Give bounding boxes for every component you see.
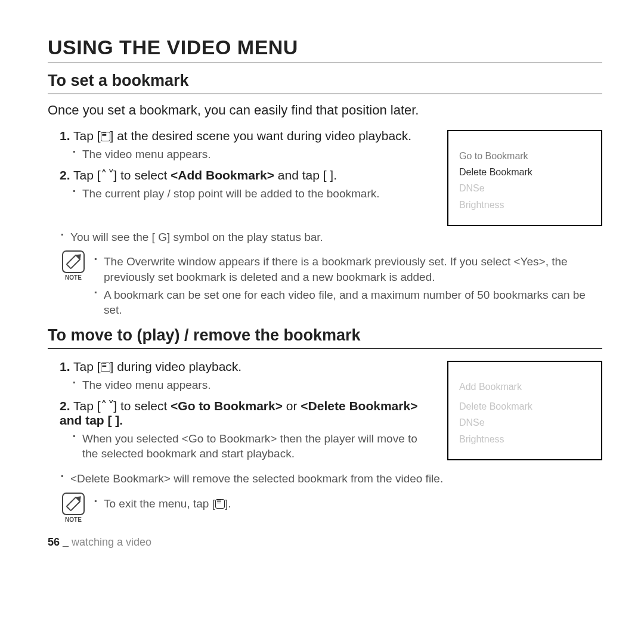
section1-rule <box>48 94 602 94</box>
s2-step2-post: and tap [ ]. <box>60 413 123 427</box>
note2-post: ]. <box>225 497 231 510</box>
menu2-dnse: DNSe <box>459 414 592 431</box>
s1-step1-sub1: The video menu appears. <box>73 147 435 162</box>
s1-step1-post: ] at the desired scene you want during v… <box>110 129 411 143</box>
page-number: 56 _ <box>48 536 69 548</box>
page-footer: 56 _ watching a video <box>48 536 602 549</box>
menu-icon <box>101 363 110 372</box>
note2-pre: To exit the menu, tap [ <box>104 497 215 510</box>
menu1-bright: Brightness <box>459 197 592 213</box>
s1-step2-mid: ] to select <box>113 168 171 182</box>
s2-step2-sub2: <Delete Bookmark> will remove the select… <box>61 471 602 487</box>
menu1-dnse: DNSe <box>459 180 592 196</box>
menu-icon <box>215 499 225 509</box>
s2-step1: 1. Tap [] during video playback. The vid… <box>60 360 435 393</box>
s2-step2: 2. Tap [˄ ˅] to select <Go to Bookmark> … <box>60 399 435 462</box>
note-icon: NOTE <box>60 250 87 281</box>
add-bookmark-label: <Add Bookmark> <box>171 168 274 182</box>
section1-heading: To set a bookmark <box>48 72 602 90</box>
menu-preview-1: Go to Bookmark Delete Bookmark DNSe Brig… <box>447 130 602 226</box>
updown-icon: ˄ ˅ <box>101 399 114 413</box>
s1-step2: 2. Tap [˄ ˅] to select <Add Bookmark> an… <box>60 168 435 202</box>
note-block-2: NOTE To exit the menu, tap []. <box>60 493 602 523</box>
menu-preview-2: Add Bookmark Delete Bookmark DNSe Bright… <box>447 361 602 460</box>
updown-icon: ˄ ˅ <box>101 168 114 182</box>
menu1-delete: Delete Bookmark <box>459 164 592 180</box>
footer-section: watching a video <box>69 536 151 548</box>
step-number: 1. <box>60 360 70 373</box>
s1-step2-sub1: The current play / stop point will be ad… <box>73 186 435 202</box>
s1-sub2-post: ] symbol on the play status bar. <box>167 231 323 243</box>
s2-step1-pre: Tap [ <box>73 360 101 373</box>
s2-step2-or: or <box>283 399 301 413</box>
step-number: 1. <box>60 129 70 143</box>
step-number: 2. <box>60 399 70 413</box>
s2-step2-sub1: When you selected <Go to Bookmark> then … <box>73 431 435 462</box>
note-icon: NOTE <box>60 493 87 523</box>
menu2-add: Add Bookmark <box>459 379 592 395</box>
menu2-bright: Brightness <box>459 431 592 447</box>
page-title: USING THE VIDEO MENU <box>48 36 602 59</box>
go-to-bookmark-label: <Go to Bookmark> <box>171 399 283 413</box>
section1-intro: Once you set a bookmark, you can easily … <box>48 103 602 118</box>
s1-step1-pre: Tap [ <box>73 129 101 143</box>
section2-rule <box>48 348 602 349</box>
note-block-1: NOTE The Overwrite window appears if the… <box>60 250 602 320</box>
s2-step1-post: ] during video playback. <box>110 360 242 373</box>
section2-heading: To move to (play) / remove the bookmark <box>48 326 602 345</box>
s2-step2-mid: ] to select <box>113 399 171 413</box>
delete-bookmark-label: <Delete Bookmark> <box>301 399 417 413</box>
s1-step2-pre: Tap [ <box>73 168 101 182</box>
s2-step2-pre: Tap [ <box>73 399 101 413</box>
menu-icon <box>101 132 110 141</box>
step-number: 2. <box>60 168 70 182</box>
menu2-delete: Delete Bookmark <box>459 398 592 414</box>
note1-b: A bookmark can be set one for each video… <box>94 287 602 318</box>
s1-step2-sub2: You will see the [ G] symbol on the play… <box>61 230 602 245</box>
s1-sub2-pre: You will see the [ <box>70 231 158 243</box>
menu1-goto: Go to Bookmark <box>459 148 592 164</box>
title-rule <box>48 63 602 63</box>
note2-text: To exit the menu, tap []. <box>94 496 231 512</box>
s1-step1: 1. Tap [] at the desired scene you want … <box>60 129 435 162</box>
s1-step2-post: and tap [ ]. <box>274 168 337 182</box>
note-label: NOTE <box>65 274 82 281</box>
s2-step1-sub1: The video menu appears. <box>73 377 435 393</box>
bookmark-symbol-icon: G <box>158 231 167 243</box>
note-label: NOTE <box>65 516 82 523</box>
note1-a: The Overwrite window appears if there is… <box>94 254 602 284</box>
